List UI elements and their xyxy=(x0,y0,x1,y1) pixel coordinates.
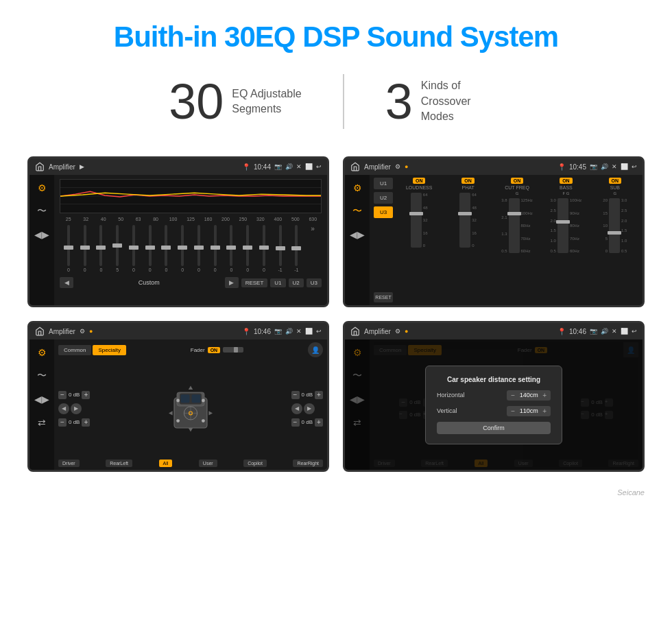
eq-slider-2[interactable]: 0 xyxy=(94,225,109,273)
db-plus-br-3[interactable]: + xyxy=(315,418,323,427)
fader-slider-3[interactable] xyxy=(223,347,243,353)
sidebar-vol-icon-3[interactable]: ◀▶ xyxy=(34,392,49,407)
preset-u2[interactable]: U2 xyxy=(374,192,393,204)
spk-rearright-3[interactable]: RearRight xyxy=(293,460,323,467)
vertical-minus[interactable]: − xyxy=(511,407,515,415)
home-icon-2[interactable] xyxy=(350,162,360,171)
svg-point-14 xyxy=(176,419,180,422)
spk-rearleft-3[interactable]: RearLeft xyxy=(106,460,132,467)
eq-slider-7[interactable]: 0 xyxy=(175,225,190,273)
db-value-br-3: 0 dB xyxy=(302,419,313,425)
back-icon-2[interactable]: ↩ xyxy=(632,163,637,170)
sidebar-3: ⚙ 〜 ◀▶ ⇄ xyxy=(29,339,54,470)
db-minus-bl-3[interactable]: − xyxy=(58,418,67,427)
home-icon-3[interactable] xyxy=(35,326,45,336)
eq-slider-13[interactable]: -1 xyxy=(273,225,288,273)
status-right-3: 📍 10:46 📷 🔊 ✕ ⬜ ↩ xyxy=(242,328,322,335)
sidebar-vol-icon[interactable]: ◀▶ xyxy=(34,227,49,242)
db-plus-tl-3[interactable]: + xyxy=(82,391,90,399)
spk-copilot-3[interactable]: Copilot xyxy=(243,460,267,467)
preset-u3[interactable]: U3 xyxy=(374,206,393,218)
sidebar-eq-icon[interactable]: ⚙ xyxy=(34,180,49,195)
loudness-toggle[interactable]: ON xyxy=(413,178,426,184)
sidebar-wave-icon-3[interactable]: 〜 xyxy=(34,368,49,383)
eq-u3-btn[interactable]: U3 xyxy=(307,278,322,287)
sidebar-vol-icon-2[interactable]: ◀▶ xyxy=(350,227,365,242)
close-icon-4[interactable]: ✕ xyxy=(612,328,617,335)
eq-u2-btn[interactable]: U2 xyxy=(289,278,304,287)
vertical-control[interactable]: − 110cm + xyxy=(507,406,551,416)
spk-user-3[interactable]: User xyxy=(199,460,217,467)
bass-toggle[interactable]: ON xyxy=(560,178,573,184)
sidebar-wave-icon-2[interactable]: 〜 xyxy=(350,204,365,219)
db-plus-tr-3[interactable]: + xyxy=(315,391,323,399)
preset-u1[interactable]: U1 xyxy=(374,178,393,189)
sidebar-bt-icon-3[interactable]: ⇄ xyxy=(34,415,49,430)
db-minus-tl-3[interactable]: − xyxy=(58,391,67,399)
screen-icon-1[interactable]: ⬜ xyxy=(305,163,313,170)
fader-on-3[interactable]: ON xyxy=(208,347,221,353)
db-top-right-3: − 0 dB + xyxy=(291,391,323,399)
spk-driver-3[interactable]: Driver xyxy=(58,460,80,467)
home-icon-4[interactable] xyxy=(350,326,360,336)
eq-slider-14[interactable]: -1 xyxy=(289,225,304,273)
horizontal-plus[interactable]: + xyxy=(542,392,547,399)
settings-icon-3[interactable]: ⚙ xyxy=(80,328,85,335)
eq-slider-9[interactable]: 0 xyxy=(208,225,223,273)
back-icon-4[interactable]: ↩ xyxy=(632,328,637,335)
spk-all-3[interactable]: All xyxy=(159,460,173,467)
home-icon-1[interactable] xyxy=(35,162,45,171)
volume-icon-3[interactable]: 🔊 xyxy=(285,328,293,335)
eq-slider-3[interactable]: 5 xyxy=(110,225,125,273)
back-icon-3[interactable]: ↩ xyxy=(316,328,322,335)
sidebar-eq-icon-2[interactable]: ⚙ xyxy=(350,180,365,195)
eq-slider-6[interactable]: 0 xyxy=(159,225,174,273)
eq-slider-0[interactable]: 0 xyxy=(61,225,76,273)
screens-grid: Amplifier ▶ 📍 10:44 📷 🔊 ✕ ⬜ ↩ ⚙ 〜 ◀▶ xyxy=(0,150,672,486)
cutfreq-toggle[interactable]: ON xyxy=(511,178,524,184)
screen-icon-3[interactable]: ⬜ xyxy=(305,328,313,335)
eq-expand-icon[interactable]: » xyxy=(305,225,320,273)
screen-icon-4[interactable]: ⬜ xyxy=(621,328,628,335)
eq-slider-8[interactable]: 0 xyxy=(191,225,206,273)
horizontal-control[interactable]: − 140cm + xyxy=(507,390,551,401)
sidebar-eq-icon-3[interactable]: ⚙ xyxy=(34,345,49,360)
db-plus-bl-3[interactable]: + xyxy=(82,418,90,427)
volume-icon-1[interactable]: 🔊 xyxy=(285,163,293,170)
eq-slider-4[interactable]: 0 xyxy=(126,225,141,273)
db-value-tr-3: 0 dB xyxy=(302,392,313,398)
eq-prev-btn[interactable]: ◀ xyxy=(60,277,73,288)
eq-slider-10[interactable]: 0 xyxy=(224,225,239,273)
tab-specialty-3[interactable]: Specialty xyxy=(93,345,125,355)
confirm-button[interactable]: Confirm xyxy=(437,422,551,434)
horizontal-minus[interactable]: − xyxy=(511,392,515,399)
play-icon-1[interactable]: ▶ xyxy=(80,163,84,170)
db-minus-tr-3[interactable]: − xyxy=(291,391,300,399)
user-icon-3[interactable]: 👤 xyxy=(308,342,323,357)
eq-u1-btn[interactable]: U1 xyxy=(270,278,285,287)
cross-reset-btn[interactable]: RESET xyxy=(374,292,393,302)
volume-icon-4[interactable]: 🔊 xyxy=(601,328,608,335)
phat-toggle[interactable]: ON xyxy=(461,178,475,184)
sub-toggle[interactable]: ON xyxy=(609,178,622,184)
eq-slider-1[interactable]: 0 xyxy=(77,225,93,273)
close-icon-2[interactable]: ✕ xyxy=(612,163,617,170)
db-minus-br-3[interactable]: − xyxy=(291,418,300,427)
tab-common-3[interactable]: Common xyxy=(58,345,91,355)
volume-icon-2[interactable]: 🔊 xyxy=(601,163,608,170)
crossover-main: U1 U2 U3 RESET ON LOUDNESS xyxy=(370,175,643,305)
eq-slider-11[interactable]: 0 xyxy=(240,225,255,273)
settings-icon-2[interactable]: ⚙ xyxy=(395,163,400,170)
sidebar-wave-icon[interactable]: 〜 xyxy=(34,204,49,219)
settings-icon-4[interactable]: ⚙ xyxy=(395,328,400,335)
screen-icon-2[interactable]: ⬜ xyxy=(621,163,628,170)
eq-reset-btn[interactable]: RESET xyxy=(241,278,268,287)
eq-next-btn[interactable]: ▶ xyxy=(225,277,239,288)
close-icon-3[interactable]: ✕ xyxy=(296,328,302,335)
eq-slider-12[interactable]: 0 xyxy=(256,225,272,273)
vertical-plus[interactable]: + xyxy=(542,407,547,415)
eq-slider-5[interactable]: 0 xyxy=(143,225,158,273)
back-icon-1[interactable]: ↩ xyxy=(316,163,322,170)
phat-label: PHAT xyxy=(462,185,475,190)
close-icon-1[interactable]: ✕ xyxy=(296,163,302,170)
